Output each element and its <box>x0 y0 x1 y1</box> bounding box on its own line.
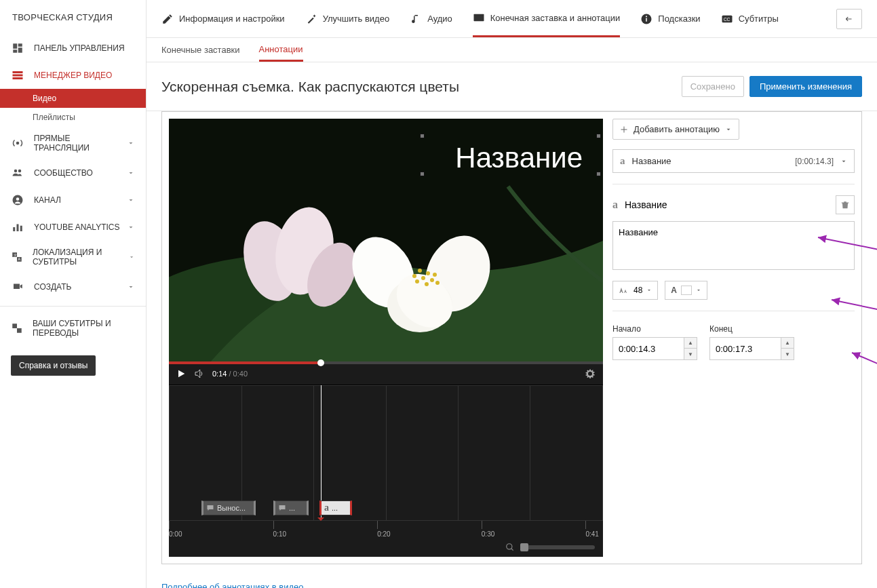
annotation-text-input[interactable] <box>612 221 855 270</box>
sidebar-item-your-subs[interactable]: ВАШИ СУБТИТРЫ И ПЕРЕВОДЫ <box>0 312 146 345</box>
svg-point-34 <box>412 274 416 278</box>
svg-rect-2 <box>13 77 23 79</box>
sidebar-item-analytics[interactable]: YOUTUBE ANALYTICS <box>0 214 146 241</box>
timeline-clip-callout[interactable]: ... <box>273 501 309 515</box>
delete-annotation-button[interactable] <box>836 195 855 214</box>
svg-point-4 <box>14 170 18 173</box>
sidebar-item-live[interactable]: ПРЯМЫЕ ТРАНСЛЯЦИИ <box>0 127 146 159</box>
player-controls: 0:14 / 0:40 <box>169 363 603 385</box>
create-icon <box>11 280 24 294</box>
step-up[interactable]: ▲ <box>781 338 794 349</box>
edit-heading: Название <box>625 199 667 210</box>
tab-info[interactable]: Информация и настройки <box>161 0 285 37</box>
annotation-list-item[interactable]: a Название [0:00:14.3] <box>612 149 855 173</box>
svg-point-5 <box>18 170 22 173</box>
font-size-select[interactable]: 48 <box>612 281 658 300</box>
volume-icon[interactable] <box>193 368 206 380</box>
svg-point-7 <box>16 197 20 201</box>
add-annotation-button[interactable]: Добавить аннотацию <box>612 119 739 140</box>
chevron-down-icon <box>128 253 135 261</box>
speech-icon <box>278 504 286 512</box>
chevron-down-icon <box>127 283 135 291</box>
end-stepper[interactable]: ▲▼ <box>781 337 794 360</box>
sidebar-item-localization[interactable]: 文A ЛОКАЛИЗАЦИЯ И СУБТИТРЫ <box>0 241 146 273</box>
tab-cc[interactable]: CC Субтитры <box>721 0 779 37</box>
progress-knob[interactable] <box>317 359 324 366</box>
community-icon <box>11 166 24 180</box>
start-stepper[interactable]: ▲▼ <box>684 337 697 360</box>
resize-handle[interactable] <box>420 172 425 176</box>
sidebar-item-channel[interactable]: КАНАЛ <box>0 187 146 214</box>
zoom-knob[interactable] <box>520 543 528 551</box>
svg-point-28 <box>421 276 425 280</box>
tab-enhance[interactable]: Улучшить видео <box>305 0 390 37</box>
tab-cards[interactable]: Подсказки <box>640 0 700 37</box>
learn-more-link[interactable]: Подробнее об аннотациях в видео... <box>147 575 326 588</box>
font-size-icon <box>619 286 629 294</box>
translate-icon <box>11 321 23 335</box>
timeline-clip-callout[interactable]: Вынос... <box>201 501 256 515</box>
svg-point-33 <box>433 273 437 277</box>
svg-rect-9 <box>17 224 19 232</box>
sidebar-sub-playlists[interactable]: Плейлисты <box>0 108 146 127</box>
subtab-endscreens[interactable]: Конечные заставки <box>161 38 240 62</box>
resize-handle[interactable] <box>596 134 601 138</box>
annotation-title-overlay[interactable]: Название <box>455 142 583 174</box>
svg-point-36 <box>435 281 440 285</box>
svg-point-31 <box>430 278 434 282</box>
sidebar-item-create[interactable]: СОЗДАТЬ <box>0 273 146 300</box>
video-preview[interactable]: Название <box>169 119 603 363</box>
trash-icon <box>840 200 850 210</box>
svg-point-29 <box>426 271 430 275</box>
info-icon <box>640 13 652 25</box>
svg-point-16 <box>646 16 647 17</box>
zoom-icon[interactable] <box>505 543 515 552</box>
caret-down-icon <box>696 288 701 293</box>
svg-point-3 <box>16 142 20 145</box>
svg-text:CC: CC <box>723 17 730 22</box>
svg-rect-15 <box>646 18 648 21</box>
sidebar-item-dashboard[interactable]: ПАНЕЛЬ УПРАВЛЕНИЯ <box>0 35 146 62</box>
resize-handle[interactable] <box>596 172 601 176</box>
gear-icon[interactable] <box>584 368 596 380</box>
timeline-clip-title[interactable]: a ... <box>319 501 352 515</box>
title-type-icon: a <box>612 199 618 211</box>
speech-icon <box>206 504 214 512</box>
end-time-input[interactable] <box>709 337 781 360</box>
chevron-down-icon <box>127 139 135 147</box>
end-label: Конец <box>709 324 733 334</box>
step-down[interactable]: ▼ <box>684 349 697 359</box>
font-color-select[interactable]: A <box>665 281 707 300</box>
sidebar-item-community[interactable]: СООБЩЕСТВО <box>0 159 146 187</box>
zoom-slider[interactable] <box>520 545 595 549</box>
play-icon[interactable] <box>176 368 187 379</box>
step-down[interactable]: ▼ <box>781 349 794 359</box>
time-display: 0:14 / 0:40 <box>212 370 248 378</box>
start-label: Начало <box>612 324 641 334</box>
live-icon <box>11 136 24 150</box>
apply-button[interactable]: Применить изменения <box>749 76 862 97</box>
subtab-annotations[interactable]: Аннотации <box>259 38 303 62</box>
caret-down-icon <box>840 158 847 165</box>
step-up[interactable]: ▲ <box>684 338 697 349</box>
start-time-input[interactable] <box>612 337 684 360</box>
chevron-down-icon <box>127 169 135 177</box>
top-tabs: Информация и настройки Улучшить видео Ау… <box>147 0 877 38</box>
tab-audio[interactable]: Аудио <box>410 0 452 37</box>
svg-rect-1 <box>13 75 23 77</box>
undo-icon <box>843 14 855 24</box>
svg-rect-13 <box>473 14 484 22</box>
help-feedback-button[interactable]: Справка и отзывы <box>11 355 96 376</box>
sidebar-item-video-manager[interactable]: МЕНЕДЖЕР ВИДЕО <box>0 62 146 89</box>
dashboard-icon <box>11 41 24 55</box>
caret-down-icon <box>725 126 732 133</box>
sidebar-sub-video[interactable]: Видео <box>0 89 146 108</box>
svg-text:A: A <box>18 257 21 261</box>
timeline[interactable]: Вынос... ... a ... 0:00 <box>169 385 603 557</box>
resize-handle[interactable] <box>420 134 425 138</box>
tab-endscreen[interactable]: Конечная заставка и аннотации <box>473 0 620 37</box>
svg-rect-0 <box>13 71 23 73</box>
revert-button[interactable] <box>836 9 862 29</box>
analytics-icon <box>11 220 24 234</box>
saved-status: Сохранено <box>682 76 744 97</box>
